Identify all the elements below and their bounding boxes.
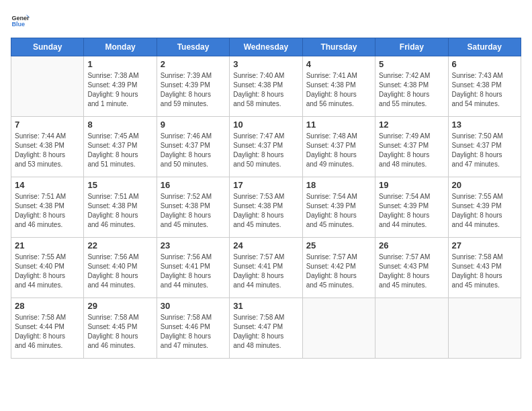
day-info: Sunrise: 7:38 AM Sunset: 4:39 PM Dayligh… [87, 71, 152, 109]
day-of-week-header: Friday [375, 38, 448, 56]
calendar-week-row: 28Sunrise: 7:58 AM Sunset: 4:44 PM Dayli… [11, 298, 521, 359]
calendar-cell: 11Sunrise: 7:48 AM Sunset: 4:37 PM Dayli… [302, 117, 375, 177]
day-number: 22 [87, 240, 152, 250]
day-number: 25 [306, 240, 371, 250]
calendar-cell: 23Sunrise: 7:56 AM Sunset: 4:41 PM Dayli… [157, 238, 229, 298]
calendar-cell: 22Sunrise: 7:56 AM Sunset: 4:40 PM Dayli… [84, 238, 157, 298]
calendar-cell [448, 298, 521, 359]
day-number: 2 [161, 59, 226, 69]
calendar-cell: 20Sunrise: 7:55 AM Sunset: 4:39 PM Dayli… [448, 177, 521, 238]
day-info: Sunrise: 7:51 AM Sunset: 4:38 PM Dayligh… [87, 192, 152, 230]
calendar-cell: 28Sunrise: 7:58 AM Sunset: 4:44 PM Dayli… [11, 298, 84, 359]
day-number: 27 [452, 240, 517, 250]
calendar-cell: 17Sunrise: 7:53 AM Sunset: 4:38 PM Dayli… [230, 177, 302, 238]
day-info: Sunrise: 7:58 AM Sunset: 4:47 PM Dayligh… [233, 313, 298, 351]
day-info: Sunrise: 7:40 AM Sunset: 4:38 PM Dayligh… [233, 71, 298, 109]
day-number: 6 [452, 59, 517, 69]
day-info: Sunrise: 7:47 AM Sunset: 4:37 PM Dayligh… [233, 132, 298, 169]
day-number: 14 [15, 180, 80, 190]
day-number: 8 [87, 120, 152, 130]
calendar-cell: 10Sunrise: 7:47 AM Sunset: 4:37 PM Dayli… [230, 117, 302, 177]
calendar-cell: 9Sunrise: 7:46 AM Sunset: 4:37 PM Daylig… [157, 117, 229, 177]
day-info: Sunrise: 7:53 AM Sunset: 4:38 PM Dayligh… [233, 192, 298, 230]
day-number: 7 [15, 120, 80, 130]
day-number: 19 [379, 180, 444, 190]
day-number: 5 [379, 59, 444, 69]
calendar-cell: 15Sunrise: 7:51 AM Sunset: 4:38 PM Dayli… [84, 177, 157, 238]
calendar-cell: 2Sunrise: 7:39 AM Sunset: 4:39 PM Daylig… [157, 56, 229, 117]
calendar-cell: 14Sunrise: 7:51 AM Sunset: 4:38 PM Dayli… [11, 177, 84, 238]
day-info: Sunrise: 7:39 AM Sunset: 4:39 PM Dayligh… [161, 71, 226, 109]
calendar-cell [375, 298, 448, 359]
day-number: 18 [306, 180, 371, 190]
day-number: 13 [452, 120, 517, 130]
day-info: Sunrise: 7:45 AM Sunset: 4:37 PM Dayligh… [87, 132, 152, 169]
svg-text:Blue: Blue [11, 21, 25, 28]
calendar-cell: 21Sunrise: 7:55 AM Sunset: 4:40 PM Dayli… [11, 238, 84, 298]
day-info: Sunrise: 7:49 AM Sunset: 4:37 PM Dayligh… [379, 132, 444, 169]
day-info: Sunrise: 7:58 AM Sunset: 4:44 PM Dayligh… [15, 313, 80, 351]
logo-icon: General Blue [11, 11, 30, 30]
day-info: Sunrise: 7:56 AM Sunset: 4:40 PM Dayligh… [87, 253, 152, 290]
calendar-cell: 27Sunrise: 7:58 AM Sunset: 4:43 PM Dayli… [448, 238, 521, 298]
calendar-cell: 16Sunrise: 7:52 AM Sunset: 4:38 PM Dayli… [157, 177, 229, 238]
day-info: Sunrise: 7:58 AM Sunset: 4:45 PM Dayligh… [87, 313, 152, 351]
day-number: 11 [306, 120, 371, 130]
day-info: Sunrise: 7:48 AM Sunset: 4:37 PM Dayligh… [306, 132, 371, 169]
day-info: Sunrise: 7:56 AM Sunset: 4:41 PM Dayligh… [161, 253, 226, 290]
calendar-week-row: 14Sunrise: 7:51 AM Sunset: 4:38 PM Dayli… [11, 177, 521, 238]
day-number: 4 [306, 59, 371, 69]
day-info: Sunrise: 7:57 AM Sunset: 4:41 PM Dayligh… [233, 253, 298, 290]
calendar-cell: 31Sunrise: 7:58 AM Sunset: 4:47 PM Dayli… [230, 298, 302, 359]
calendar-cell: 7Sunrise: 7:44 AM Sunset: 4:38 PM Daylig… [11, 117, 84, 177]
calendar-cell: 30Sunrise: 7:58 AM Sunset: 4:46 PM Dayli… [157, 298, 229, 359]
day-info: Sunrise: 7:51 AM Sunset: 4:38 PM Dayligh… [15, 192, 80, 230]
day-number: 26 [379, 240, 444, 250]
day-number: 3 [233, 59, 298, 69]
day-info: Sunrise: 7:55 AM Sunset: 4:40 PM Dayligh… [15, 253, 80, 290]
day-of-week-header: Monday [84, 38, 157, 56]
day-number: 30 [161, 301, 226, 311]
calendar-cell: 5Sunrise: 7:42 AM Sunset: 4:38 PM Daylig… [375, 56, 448, 117]
day-number: 21 [15, 240, 80, 250]
day-info: Sunrise: 7:52 AM Sunset: 4:38 PM Dayligh… [161, 192, 226, 230]
calendar-cell [11, 56, 84, 117]
day-info: Sunrise: 7:41 AM Sunset: 4:38 PM Dayligh… [306, 71, 371, 109]
calendar-cell: 6Sunrise: 7:43 AM Sunset: 4:38 PM Daylig… [448, 56, 521, 117]
day-number: 15 [87, 180, 152, 190]
day-number: 23 [161, 240, 226, 250]
day-info: Sunrise: 7:55 AM Sunset: 4:39 PM Dayligh… [452, 192, 517, 230]
day-number: 17 [233, 180, 298, 190]
calendar-cell: 18Sunrise: 7:54 AM Sunset: 4:39 PM Dayli… [302, 177, 375, 238]
day-of-week-header: Thursday [302, 38, 375, 56]
day-number: 9 [161, 120, 226, 130]
calendar-cell: 4Sunrise: 7:41 AM Sunset: 4:38 PM Daylig… [302, 56, 375, 117]
calendar-cell: 29Sunrise: 7:58 AM Sunset: 4:45 PM Dayli… [84, 298, 157, 359]
calendar-cell [302, 298, 375, 359]
day-number: 16 [161, 180, 226, 190]
calendar-cell: 13Sunrise: 7:50 AM Sunset: 4:37 PM Dayli… [448, 117, 521, 177]
day-number: 20 [452, 180, 517, 190]
calendar-cell: 26Sunrise: 7:57 AM Sunset: 4:43 PM Dayli… [375, 238, 448, 298]
day-info: Sunrise: 7:42 AM Sunset: 4:38 PM Dayligh… [379, 71, 444, 109]
calendar-table: SundayMondayTuesdayWednesdayThursdayFrid… [11, 38, 521, 359]
day-number: 28 [15, 301, 80, 311]
calendar-cell: 12Sunrise: 7:49 AM Sunset: 4:37 PM Dayli… [375, 117, 448, 177]
calendar-week-row: 7Sunrise: 7:44 AM Sunset: 4:38 PM Daylig… [11, 117, 521, 177]
day-info: Sunrise: 7:54 AM Sunset: 4:39 PM Dayligh… [379, 192, 444, 230]
day-number: 29 [87, 301, 152, 311]
day-number: 12 [379, 120, 444, 130]
day-of-week-header: Saturday [448, 38, 521, 56]
day-of-week-header: Wednesday [230, 38, 302, 56]
calendar-week-row: 21Sunrise: 7:55 AM Sunset: 4:40 PM Dayli… [11, 238, 521, 298]
day-number: 24 [233, 240, 298, 250]
logo: General Blue [11, 11, 32, 30]
day-info: Sunrise: 7:50 AM Sunset: 4:37 PM Dayligh… [452, 132, 517, 169]
day-info: Sunrise: 7:58 AM Sunset: 4:46 PM Dayligh… [161, 313, 226, 351]
calendar-header-row: SundayMondayTuesdayWednesdayThursdayFrid… [11, 38, 521, 56]
day-of-week-header: Tuesday [157, 38, 229, 56]
calendar-cell: 3Sunrise: 7:40 AM Sunset: 4:38 PM Daylig… [230, 56, 302, 117]
day-number: 1 [87, 59, 152, 69]
calendar-week-row: 1Sunrise: 7:38 AM Sunset: 4:39 PM Daylig… [11, 56, 521, 117]
calendar-cell: 8Sunrise: 7:45 AM Sunset: 4:37 PM Daylig… [84, 117, 157, 177]
